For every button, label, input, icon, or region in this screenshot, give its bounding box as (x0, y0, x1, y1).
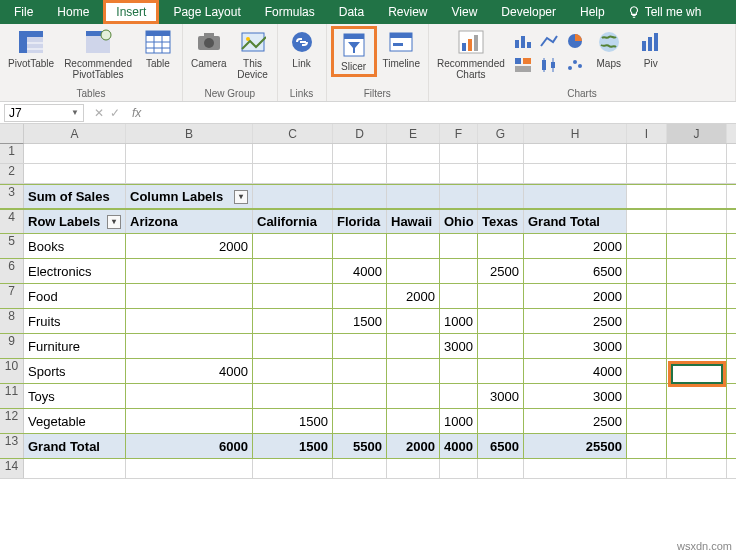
row-8[interactable]: 8Fruits150010002500 (0, 309, 736, 334)
pivot-cell[interactable] (387, 234, 440, 258)
pivot-cell[interactable] (253, 309, 333, 333)
pivot-row-total[interactable]: 4000 (524, 359, 627, 383)
col-header-I[interactable]: I (627, 124, 667, 143)
select-all-corner[interactable] (0, 124, 24, 144)
statistic-chart-icon[interactable] (537, 54, 561, 76)
fx-icon[interactable]: fx (126, 106, 147, 120)
row-6[interactable]: 6Electronics400025006500 (0, 259, 736, 284)
pivot-cell[interactable] (333, 234, 387, 258)
pivot-cell[interactable] (440, 284, 478, 308)
pivot-row-label[interactable]: Electronics (24, 259, 126, 283)
col-header-F[interactable]: F (440, 124, 478, 143)
menu-insert[interactable]: Insert (103, 0, 159, 24)
pivot-cell[interactable] (126, 309, 253, 333)
pivot-cell[interactable]: 1000 (440, 309, 478, 333)
pivot-row-label[interactable]: Vegetable (24, 409, 126, 433)
pivot-cell[interactable]: 2000 (387, 284, 440, 308)
pivotchart-button[interactable]: Piv (631, 26, 671, 71)
col-header-J[interactable]: J (667, 124, 727, 143)
pivot-row-label[interactable]: Furniture (24, 334, 126, 358)
pivot-column-labels[interactable]: Column Labels ▾ (126, 185, 253, 208)
pivot-row-total[interactable]: 6500 (524, 259, 627, 283)
pivot-cell[interactable] (126, 259, 253, 283)
row-3[interactable]: 3 Sum of Sales Column Labels ▾ (0, 184, 736, 209)
menu-page-layout[interactable]: Page Layout (163, 0, 250, 24)
pivot-cell[interactable]: 3000 (478, 384, 524, 408)
pivot-cell[interactable] (478, 359, 524, 383)
col-header-C[interactable]: C (253, 124, 333, 143)
pivot-cell[interactable] (253, 334, 333, 358)
pivot-cell[interactable] (387, 384, 440, 408)
menu-view[interactable]: View (442, 0, 488, 24)
pivot-cell[interactable] (440, 359, 478, 383)
col-header-A[interactable]: A (24, 124, 126, 143)
col-header-B[interactable]: B (126, 124, 253, 143)
menu-developer[interactable]: Developer (491, 0, 566, 24)
pivot-sum-of[interactable]: Sum of Sales (24, 185, 126, 208)
menu-formulas[interactable]: Formulas (255, 0, 325, 24)
line-chart-icon[interactable] (537, 30, 561, 52)
pivot-cell[interactable]: 3000 (440, 334, 478, 358)
pivot-row-label[interactable]: Sports (24, 359, 126, 383)
pivot-cell[interactable] (387, 259, 440, 283)
row-14[interactable]: 14 (0, 459, 736, 479)
pivot-cell[interactable] (387, 334, 440, 358)
link-button[interactable]: Link (282, 26, 322, 71)
row-13[interactable]: 13 Grand Total 6000 1500 5500 2000 4000 … (0, 434, 736, 459)
hierarchy-chart-icon[interactable] (511, 54, 535, 76)
dropdown-icon[interactable]: ▾ (234, 190, 248, 204)
recommended-charts-button[interactable]: Recommended Charts (433, 26, 509, 82)
menu-file[interactable]: File (4, 0, 43, 24)
name-box[interactable]: J7 ▼ (4, 104, 84, 122)
column-chart-icon[interactable] (511, 30, 535, 52)
pivot-cell[interactable] (253, 259, 333, 283)
pivot-cell[interactable]: 4000 (126, 359, 253, 383)
pivot-cell[interactable] (253, 384, 333, 408)
col-header-D[interactable]: D (333, 124, 387, 143)
timeline-button[interactable]: Timeline (379, 26, 424, 71)
pivot-cell[interactable]: 1000 (440, 409, 478, 433)
recommended-pivottables-button[interactable]: Recommended PivotTables (60, 26, 136, 82)
pivot-row-total[interactable]: 3000 (524, 384, 627, 408)
dropdown-icon[interactable]: ▾ (107, 215, 121, 229)
pivot-row-total[interactable]: 2000 (524, 284, 627, 308)
pivot-row-label[interactable]: Books (24, 234, 126, 258)
pivot-row-labels[interactable]: Row Labels ▾ (24, 210, 126, 233)
this-device-button[interactable]: This Device (233, 26, 273, 82)
row-4[interactable]: 4 Row Labels ▾ Arizona California Florid… (0, 209, 736, 234)
formula-input[interactable] (153, 104, 736, 122)
pivot-cell[interactable] (387, 309, 440, 333)
pivot-cell[interactable] (440, 384, 478, 408)
pivot-cell[interactable] (440, 234, 478, 258)
scatter-chart-icon[interactable] (563, 54, 587, 76)
menu-help[interactable]: Help (570, 0, 615, 24)
row-7[interactable]: 7Food20002000 (0, 284, 736, 309)
pivot-cell[interactable] (387, 409, 440, 433)
pivot-cell[interactable] (440, 259, 478, 283)
pivot-row-label[interactable]: Food (24, 284, 126, 308)
pivot-cell[interactable] (478, 284, 524, 308)
pivot-cell[interactable] (126, 409, 253, 433)
pivot-cell[interactable] (478, 309, 524, 333)
row-1[interactable]: 1 (0, 144, 736, 164)
col-header-H[interactable]: H (524, 124, 627, 143)
pivot-cell[interactable]: 1500 (253, 409, 333, 433)
pivot-cell[interactable] (333, 409, 387, 433)
maps-button[interactable]: Maps (589, 26, 629, 71)
camera-button[interactable]: Camera (187, 26, 231, 71)
pivottable-button[interactable]: PivotTable (4, 26, 58, 71)
cancel-icon[interactable]: ✕ (94, 106, 104, 120)
tell-me[interactable]: Tell me wh (627, 5, 702, 19)
pivot-cell[interactable] (126, 384, 253, 408)
pivot-cell[interactable]: 1500 (333, 309, 387, 333)
pivot-cell[interactable] (478, 234, 524, 258)
pivot-cell[interactable] (333, 384, 387, 408)
col-header-G[interactable]: G (478, 124, 524, 143)
pivot-cell[interactable]: 2000 (126, 234, 253, 258)
pivot-cell[interactable] (126, 334, 253, 358)
pivot-cell[interactable] (126, 284, 253, 308)
pivot-row-total[interactable]: 2500 (524, 409, 627, 433)
row-5[interactable]: 5Books20002000 (0, 234, 736, 259)
worksheet-grid[interactable]: A B C D E F G H I J 1 2 3 Sum of Sales C… (0, 124, 736, 479)
row-10[interactable]: 10Sports40004000 (0, 359, 736, 384)
